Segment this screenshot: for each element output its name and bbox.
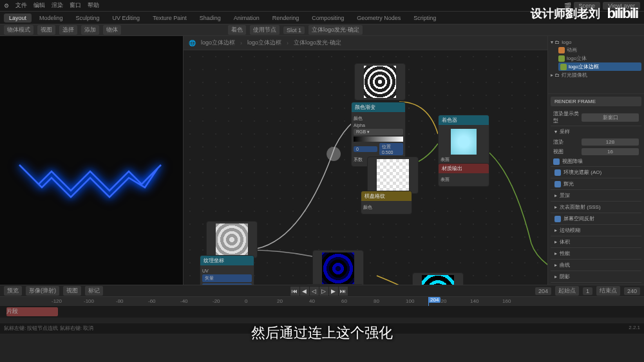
render-samples[interactable]: 128 bbox=[582, 138, 639, 146]
outliner-collection: 动画 bbox=[551, 46, 641, 54]
cursor-indicator bbox=[327, 147, 341, 161]
shader-node-editor[interactable]: 🌐 logo立体边框 › logo立体边框 › 立体logo发光·确定 bbox=[184, 36, 547, 285]
breadcrumb-item[interactable]: 立体logo发光·确定 bbox=[294, 39, 341, 47]
node-noise-texture-1[interactable] bbox=[354, 63, 406, 100]
outliner-collection: ▸ 🗀灯光摄像机 bbox=[551, 71, 641, 79]
slot-selector[interactable]: Slot 1 bbox=[283, 26, 305, 34]
view-menu[interactable]: 视图 bbox=[37, 25, 55, 35]
breadcrumb-item[interactable]: logo立体边框 bbox=[201, 39, 235, 47]
section-performance[interactable]: ▸ 性能 bbox=[551, 247, 641, 259]
section-volumetrics[interactable]: ▸ 体积 bbox=[551, 236, 641, 247]
tl-marker[interactable]: 标记 bbox=[85, 286, 103, 296]
breadcrumb-item[interactable]: logo立体边框 bbox=[247, 39, 281, 47]
timeline: 预览 形像(弹射) 视图 标记 ⏮ ◀ ◁ ▷ ▶ ⏭ 204 起始点 1 结束… bbox=[0, 285, 644, 323]
section-ssr[interactable]: 屏幕空间反射 bbox=[551, 213, 641, 224]
node-noise-preview-4[interactable] bbox=[412, 272, 464, 285]
section-shadows[interactable]: ▸ 阴影 bbox=[551, 271, 641, 282]
node-color-ramp-2[interactable]: 颜色渐变 颜色 Alpha bbox=[306, 284, 364, 285]
frame-end[interactable]: 240 bbox=[624, 287, 640, 295]
playback-controls: ⏮ ◀ ◁ ▷ ▶ ⏭ bbox=[290, 287, 348, 296]
version-text: 2.2.1 bbox=[629, 325, 640, 332]
mode-selector[interactable]: 物体模式 bbox=[4, 25, 33, 35]
viewport-3d[interactable] bbox=[0, 36, 184, 285]
frame-end-lbl: 结束点 bbox=[596, 286, 620, 296]
section-indirect[interactable]: ▸ 间接光照明 bbox=[551, 282, 641, 285]
tab-geonodes[interactable]: Geometry Nodes bbox=[352, 14, 406, 23]
color-ramp-gradient[interactable] bbox=[354, 137, 403, 142]
display-mode-select[interactable]: 新窗口 bbox=[582, 113, 639, 122]
play[interactable]: ▷ bbox=[319, 287, 328, 296]
tab-shading[interactable]: Shading bbox=[194, 14, 226, 23]
section-dof[interactable]: ▸ 景深 bbox=[551, 189, 641, 201]
tl-mode[interactable]: 预览 bbox=[4, 286, 22, 296]
tab-uv[interactable]: UV Editing bbox=[108, 14, 146, 23]
world-icon: 🌐 bbox=[189, 40, 196, 46]
jump-start[interactable]: ⏮ bbox=[290, 287, 299, 296]
material-selector[interactable]: 立体logo发光·确定 bbox=[308, 25, 363, 35]
menu-help[interactable]: 帮助 bbox=[88, 1, 99, 10]
shade-menu[interactable]: 着色 bbox=[228, 25, 246, 35]
properties-panel: RENDER FRAME 渲染显示类型新窗口 ▾ 采样 渲染128 视图16 视… bbox=[548, 94, 644, 285]
prev-key[interactable]: ◀ bbox=[300, 287, 309, 296]
tab-compositing[interactable]: Compositing bbox=[307, 14, 349, 23]
timeline-clip[interactable]: 片段 bbox=[6, 307, 58, 316]
tab-layout[interactable]: Layout bbox=[4, 14, 32, 23]
node-checker-preview[interactable] bbox=[367, 157, 419, 194]
node-noise-preview-3[interactable] bbox=[312, 250, 364, 285]
section-ao[interactable]: 环境光遮蔽 (AO) bbox=[551, 166, 641, 178]
timeline-ruler[interactable]: -120 -100 -80 -60 -40 -20 0 20 40 60 80 … bbox=[0, 297, 644, 306]
next-key[interactable]: ▶ bbox=[329, 287, 338, 296]
node-mix-shader[interactable]: 着色器 表面 bbox=[438, 115, 489, 167]
select-menu[interactable]: 选择 bbox=[59, 25, 77, 35]
blender-icon[interactable]: ⚙ bbox=[4, 3, 9, 9]
tab-rendering[interactable]: Rendering bbox=[267, 14, 305, 23]
watermark: 设计师劉老刘 bilibili bbox=[531, 5, 638, 22]
node-material-output[interactable]: 材质输出 表面 bbox=[438, 163, 489, 187]
menu-render[interactable]: 渲染 bbox=[52, 1, 63, 10]
section-sss[interactable]: ▸ 次表面散射 (SSS) bbox=[551, 201, 641, 213]
hint-text: 鼠标左键: 按钮节点连线 鼠标右键: 取消 bbox=[4, 325, 93, 332]
tab-sculpting[interactable]: Sculpting bbox=[71, 14, 105, 23]
adaptive-check[interactable] bbox=[553, 158, 560, 165]
play-rev[interactable]: ◁ bbox=[310, 287, 319, 296]
sampling-section[interactable]: ▾ 采样 bbox=[551, 126, 641, 137]
node-noise-preview-2[interactable] bbox=[206, 221, 258, 258]
right-panel: ▾ 🗀logo 动画 logo立体 logo立体边框 ▸ 🗀灯光摄像机 REND… bbox=[547, 36, 644, 285]
timeline-track[interactable]: 片段 bbox=[0, 306, 644, 318]
node-texcoord[interactable]: 纹理坐标 UV 矢量 缩放 1.000 细节 2.000 粗糙 0.500 bbox=[200, 255, 254, 285]
object-menu[interactable]: 物体 bbox=[103, 25, 121, 35]
use-nodes-toggle[interactable]: 使用节点 bbox=[250, 25, 279, 35]
tl-view[interactable]: 视图 bbox=[63, 286, 81, 296]
outliner-mesh: logo立体 bbox=[551, 54, 641, 62]
tl-sync[interactable]: 形像(弹射) bbox=[26, 286, 59, 296]
tab-modeling[interactable]: Modeling bbox=[34, 14, 68, 23]
outliner[interactable]: ▾ 🗀logo 动画 logo立体 logo立体边框 ▸ 🗀灯光摄像机 bbox=[548, 36, 644, 94]
frame-start[interactable]: 1 bbox=[583, 287, 592, 295]
outliner-mesh-selected: logo立体边框 bbox=[558, 62, 641, 71]
current-frame[interactable]: 204 bbox=[535, 287, 551, 295]
outliner-collection: ▾ 🗀logo bbox=[551, 39, 641, 46]
tab-texpaint[interactable]: Texture Paint bbox=[147, 14, 192, 23]
breadcrumb: 🌐 logo立体边框 › logo立体边框 › 立体logo发光·确定 bbox=[189, 39, 341, 47]
jump-end[interactable]: ⏭ bbox=[339, 287, 348, 296]
add-menu[interactable]: 添加 bbox=[81, 25, 99, 35]
node-checker-texture[interactable]: 棋盘格纹 颜色 bbox=[361, 191, 412, 214]
menu-window[interactable]: 窗口 bbox=[70, 1, 81, 10]
section-motionblur[interactable]: ▸ 运动模糊 bbox=[551, 224, 641, 236]
frame-start-lbl: 起始点 bbox=[555, 286, 579, 296]
menu-file[interactable]: 文件 bbox=[15, 1, 27, 10]
tab-animation[interactable]: Animation bbox=[229, 14, 265, 23]
preview-samples[interactable]: 16 bbox=[582, 148, 639, 155]
menu-edit[interactable]: 编辑 bbox=[33, 1, 45, 10]
editor-toolbar: 物体模式 视图 选择 添加 物体 着色 使用节点 Slot 1 立体logo发光… bbox=[0, 24, 644, 36]
section-bloom[interactable]: 辉光 bbox=[551, 178, 641, 189]
rendered-logo bbox=[13, 152, 167, 216]
video-subtitle: 然后通过连上这个强化 bbox=[251, 323, 393, 343]
section-hair[interactable]: ▸ 曲线 bbox=[551, 259, 641, 271]
render-frame-header: RENDER FRAME bbox=[551, 97, 641, 106]
tab-scripting[interactable]: Scripting bbox=[408, 14, 441, 23]
